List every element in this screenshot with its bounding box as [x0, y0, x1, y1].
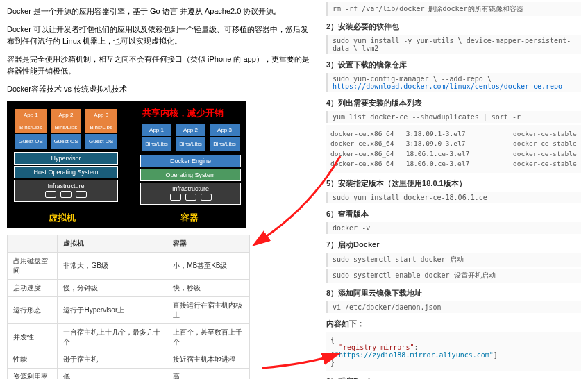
table-row: 性能逊于宿主机接近宿主机本地进程 — [8, 351, 250, 368]
compare-heading: Docker容器技术 vs 传统虚拟机技术 — [7, 83, 312, 96]
version-list: docker-ce.x86_64 3:18.09.1-3.el7 docker-… — [326, 125, 581, 173]
cmd-vi: vi /etc/docker/daemon.json — [326, 301, 581, 313]
vm-app3: App 3Bins/LibsGuest OS — [84, 107, 118, 151]
step7-heading: 7）启动Docker — [326, 239, 581, 250]
ct-app1: App 1Bins/Libs — [140, 122, 173, 153]
cmd-install-ce: sudo yum install docker-ce-18.06.1.ce — [326, 192, 581, 203]
th-vm: 虚拟机 — [58, 235, 167, 252]
vm-app1: App 1Bins/LibsGuest OS — [14, 107, 48, 151]
step4-heading: 4）列出需要安装的版本列表 — [326, 98, 581, 108]
intro-p1: Docker 是一个开源的应用容器引擎，基于 Go 语言 并遵从 Apache2… — [7, 6, 312, 18]
step5-heading: 5）安装指定版本（这里使用18.0.1版本） — [326, 178, 581, 189]
cmd-install-utils: sudo yum install -y yum-utils \ device-m… — [326, 35, 581, 54]
cmd-list: yum list docker-ce --showduplicates | so… — [326, 111, 581, 123]
th-blank — [8, 235, 58, 252]
compare-table: 虚拟机 容器 占用磁盘空间非常大，GB级小，MB甚至KB级启动速度慢，分钟级快，… — [7, 235, 250, 379]
table-row: 并发性一台宿主机上十几个，最多几十个上百个，甚至数百上千个 — [8, 323, 250, 351]
cmd-add-repo: sudo yum-config-manager \ --add-repo \ h… — [326, 73, 581, 92]
daemon-json: { "registry-mirrors": ["https://zydio188… — [326, 332, 581, 371]
th-container: 容器 — [167, 235, 250, 252]
cmd-rm: rm -rf /var/lib/docker 删除docker的所有镜像和容器 — [326, 2, 581, 16]
table-cell: 启动速度 — [8, 279, 58, 296]
table-cell: 运行于Hypervisor上 — [58, 296, 167, 323]
table-cell: 运行形态 — [8, 296, 58, 323]
vm-app2: App 2Bins/LibsGuest OS — [49, 107, 83, 151]
table-cell: 非常大，GB级 — [58, 252, 167, 279]
docker-engine-layer: Docker Engine — [140, 155, 241, 167]
intro-p2: Docker 可以让开发者打包他们的应用以及依赖包到一个轻量级、可移植的容器中，… — [7, 24, 312, 48]
cmd-version: docker -v — [326, 222, 581, 234]
vm-infra-layer: Infrastructure — [14, 180, 118, 202]
table-row: 启动速度慢，分钟级快，秒级 — [8, 279, 250, 296]
table-cell: 小，MB甚至KB级 — [167, 252, 250, 279]
table-row: 资源利用率低高 — [8, 368, 250, 379]
table-cell: 上百个，甚至数百上千个 — [167, 323, 250, 351]
table-cell: 接近宿主机本地进程 — [167, 351, 250, 368]
ct-app3: App 3Bins/Libs — [208, 122, 241, 153]
table-cell: 逊于宿主机 — [58, 351, 167, 368]
intro-p3: 容器是完全使用沙箱机制，相互之间不会有任何接口（类似 iPhone 的 app）… — [7, 53, 312, 78]
cmd-enable: sudo systemctl enable docker 设置开机启动 — [326, 269, 581, 283]
table-cell: 慢，分钟级 — [58, 279, 167, 296]
table-cell: 快，秒级 — [167, 279, 250, 296]
host-os-layer: Host Operating System — [14, 166, 118, 178]
table-cell: 性能 — [8, 351, 58, 368]
content-heading: 内容如下： — [326, 319, 581, 329]
cmd-start: sudo systemctl start docker 启动 — [326, 253, 581, 267]
repo-link[interactable]: https://download.docker.com/linux/centos… — [333, 83, 562, 90]
ct-infra-layer: Infrastructure — [140, 183, 241, 205]
step6-heading: 6）查看版本 — [326, 209, 581, 219]
step2-heading: 2）安装必要的软件包 — [326, 22, 581, 32]
table-cell: 资源利用率 — [8, 368, 58, 379]
ct-label: 容器 — [180, 212, 199, 224]
os-layer: Operating System — [140, 169, 241, 181]
step3-heading: 3）设置下载的镜像仓库 — [326, 60, 581, 70]
ct-app2: App 2Bins/Libs — [174, 122, 207, 153]
table-cell: 占用磁盘空间 — [8, 252, 58, 279]
table-row: 运行形态运行于Hypervisor上直接运行在宿主机内核上 — [8, 296, 250, 323]
table-cell: 一台宿主机上十几个，最多几十个 — [58, 323, 167, 351]
table-cell: 并发性 — [8, 323, 58, 351]
diagram-title: 共享内核，减少开销 — [142, 107, 224, 119]
vm-label: 虚拟机 — [49, 212, 76, 224]
step9-heading: 9）重启Docker — [326, 376, 581, 379]
step8-heading: 8）添加阿里云镜像下载地址 — [326, 288, 581, 298]
table-row: 占用磁盘空间非常大，GB级小，MB甚至KB级 — [8, 252, 250, 279]
hypervisor-layer: Hypervisor — [14, 152, 118, 165]
table-cell: 低 — [58, 368, 167, 379]
table-cell: 高 — [167, 368, 250, 379]
architecture-diagram: 共享内核，减少开销 App 1Bins/LibsGuest OS App 2Bi… — [7, 101, 246, 228]
table-cell: 直接运行在宿主机内核上 — [167, 296, 250, 323]
